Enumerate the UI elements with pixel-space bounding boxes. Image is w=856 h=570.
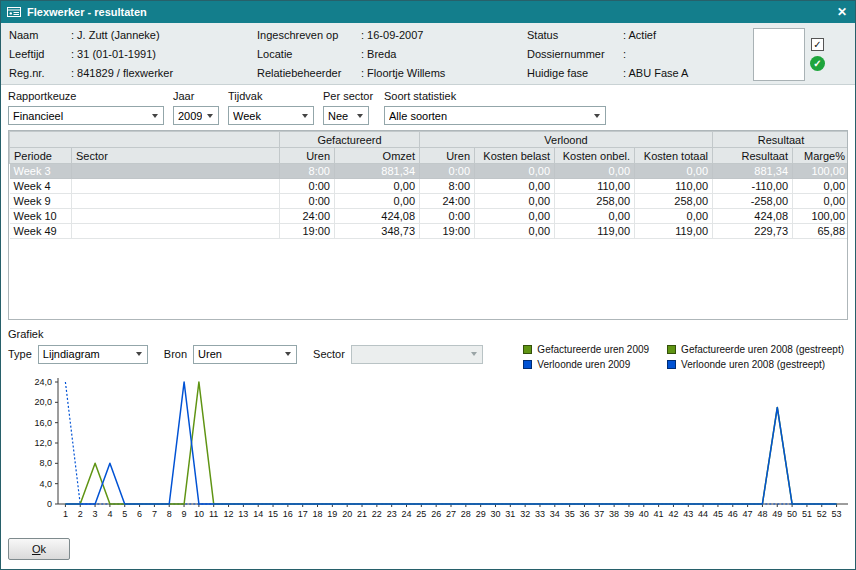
table-cell: 348,73 (335, 224, 420, 239)
svg-text:21: 21 (357, 509, 367, 519)
table-cell: 0,00 (635, 209, 713, 224)
table-cell (72, 164, 280, 179)
jaar-select[interactable]: 2009 (173, 106, 219, 125)
legend-item: Gefactureerde uren 2009 (523, 344, 649, 355)
svg-text:39: 39 (624, 509, 634, 519)
group-header-gefactureerd: Gefactureerd (280, 132, 420, 148)
column-header-uren-gefactureerd[interactable]: Uren (280, 148, 335, 164)
dossiernummer-value: : (623, 48, 626, 60)
table-cell: -258,00 (713, 194, 793, 209)
table-cell: 19:00 (280, 224, 335, 239)
column-header-periode[interactable]: Periode (10, 148, 72, 164)
table-cell: 0,00 (335, 179, 420, 194)
column-header-marge[interactable]: Marge% (793, 148, 848, 164)
column-header-kosten-totaal[interactable]: Kosten totaal (635, 148, 713, 164)
photo-placeholder (753, 28, 805, 81)
svg-text:14: 14 (253, 509, 263, 519)
table-cell: 65,88 (793, 224, 848, 239)
flexwerker-card-icon (7, 6, 21, 18)
svg-text:36: 36 (579, 509, 589, 519)
per-sector-select[interactable]: Nee (323, 106, 369, 125)
svg-text:4: 4 (107, 509, 112, 519)
info-column-inschrijving: Ingeschreven op: 16-09-2007 Locatie: Bre… (257, 28, 527, 80)
checkbox-check-icon: ✓ (813, 39, 821, 50)
leeftijd-label: Leeftijd (9, 48, 71, 60)
svg-text:48: 48 (757, 509, 767, 519)
legend-swatch-icon (523, 360, 532, 369)
status-value: : Actief (623, 29, 656, 41)
ok-button[interactable]: Ok (8, 538, 70, 560)
svg-text:53: 53 (832, 509, 842, 519)
soort-statistiek-select[interactable]: Alle soorten (384, 106, 606, 125)
svg-text:29: 29 (476, 509, 486, 519)
svg-text:12,0: 12,0 (34, 438, 52, 448)
table-cell: 100,00 (793, 209, 848, 224)
chart-type-value: Lijndiagram (43, 348, 131, 360)
svg-text:8: 8 (167, 509, 172, 519)
close-icon[interactable]: ✕ (837, 5, 847, 19)
table-row[interactable]: Week 4919:00348,7319:000,00119,00119,002… (10, 224, 849, 239)
table-cell: 0,00 (475, 209, 555, 224)
soort-statistiek-value: Alle soorten (389, 110, 589, 122)
svg-text:23: 23 (387, 509, 397, 519)
table-cell: 8:00 (420, 179, 475, 194)
table-cell: 258,00 (635, 194, 713, 209)
regnr-label: Reg.nr. (9, 67, 71, 79)
tijdvak-select[interactable]: Week (228, 106, 314, 125)
chart-svg: 04,08,012,016,020,024,012345678910111213… (8, 374, 850, 524)
svg-text:6: 6 (137, 509, 142, 519)
jaar-value: 2009 (178, 110, 202, 122)
group-header-verloond: Verloond (420, 132, 713, 148)
sector-label: Sector (313, 348, 345, 360)
soort-statistiek-label: Soort statistiek (384, 90, 606, 106)
table-cell: 0,00 (475, 194, 555, 209)
group-header-empty (10, 132, 280, 148)
table-cell (72, 224, 280, 239)
svg-text:43: 43 (683, 509, 693, 519)
svg-text:7: 7 (152, 509, 157, 519)
per-sector-label: Per sector (323, 90, 375, 106)
svg-text:49: 49 (772, 509, 782, 519)
table-row[interactable]: Week 90:000,0024:000,00258,00258,00-258,… (10, 194, 849, 209)
table-cell: Week 4 (10, 179, 72, 194)
table-row[interactable]: Week 38:00881,340:000,000,000,00881,3410… (10, 164, 849, 179)
locatie-label: Locatie (257, 48, 361, 60)
svg-text:10: 10 (194, 509, 204, 519)
table-row[interactable]: Week 1024:00424,080:000,000,000,00424,08… (10, 209, 849, 224)
svg-text:51: 51 (802, 509, 812, 519)
svg-text:45: 45 (713, 509, 723, 519)
active-checkbox[interactable]: ✓ (811, 38, 824, 51)
table-cell: 0,00 (475, 224, 555, 239)
tijdvak-label: Tijdvak (228, 90, 314, 106)
bron-select[interactable]: Uren (193, 345, 297, 364)
svg-text:26: 26 (431, 509, 441, 519)
column-header-omzet[interactable]: Omzet (335, 148, 420, 164)
chart-type-select[interactable]: Lijndiagram (38, 345, 148, 364)
bron-label: Bron (164, 348, 187, 360)
naam-value: : J. Zutt (Janneke) (71, 29, 160, 41)
filter-bar: Rapportkeuze Financieel Jaar 2009 Tijdva… (1, 85, 855, 125)
dossiernummer-label: Dossiernummer (527, 48, 623, 60)
column-header-uren-verloond[interactable]: Uren (420, 148, 475, 164)
column-header-resultaat[interactable]: Resultaat (713, 148, 793, 164)
column-header-kosten-onbel[interactable]: Kosten onbel. (555, 148, 635, 164)
svg-text:16,0: 16,0 (34, 418, 52, 428)
svg-text:22: 22 (372, 509, 382, 519)
filter-soort-statistiek: Soort statistiek Alle soorten (384, 90, 606, 125)
table-cell: 24:00 (280, 209, 335, 224)
table-cell: 0,00 (555, 209, 635, 224)
svg-text:20: 20 (342, 509, 352, 519)
filter-rapportkeuze: Rapportkeuze Financieel (8, 90, 164, 125)
jaar-label: Jaar (173, 90, 219, 106)
rapportkeuze-select[interactable]: Financieel (8, 106, 164, 125)
table-row[interactable]: Week 40:000,008:000,00110,00110,00-110,0… (10, 179, 849, 194)
column-header-kosten-belast[interactable]: Kosten belast (475, 148, 555, 164)
svg-text:32: 32 (520, 509, 530, 519)
svg-text:4,0: 4,0 (39, 479, 52, 489)
column-header-sector[interactable]: Sector (72, 148, 280, 164)
svg-text:31: 31 (505, 509, 515, 519)
sector-select (351, 345, 483, 364)
table-cell: 0,00 (475, 164, 555, 179)
table-cell: 0,00 (793, 194, 848, 209)
naam-label: Naam (9, 29, 71, 41)
